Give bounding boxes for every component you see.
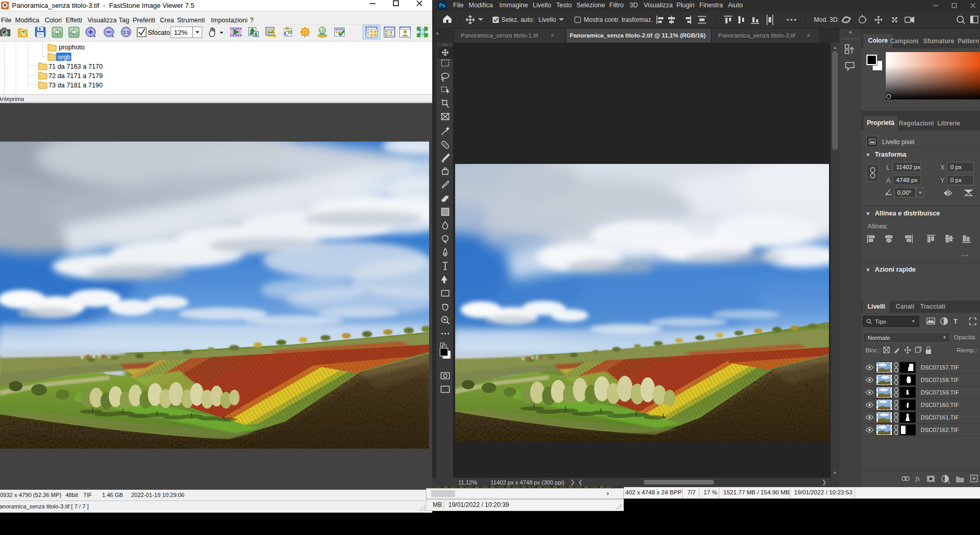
svg-text:Sfocato: Sfocato [148,29,170,36]
svg-text:Livello: Livello [538,16,556,23]
svg-text:prophoto: prophoto [59,44,84,51]
svg-text:73 da 7181 a 7190: 73 da 7181 a 7190 [48,82,103,89]
svg-text:12%: 12% [174,29,187,36]
svg-text:72 da 7171 a 7179: 72 da 7171 a 7179 [48,72,103,80]
svg-text:fx: fx [915,475,920,482]
svg-text:1:1: 1:1 [123,30,130,35]
svg-text:71 da 7163 a 7170: 71 da 7163 a 7170 [48,63,103,70]
svg-text:srgb: srgb [58,54,70,61]
svg-text:Mostra contr. trasformaz.: Mostra contr. trasformaz. [584,16,653,23]
svg-text:B: B [287,29,292,35]
svg-text:Selez. auto:: Selez. auto: [501,16,534,23]
svg-text:T: T [953,317,958,325]
svg-text:Mod. 3D:: Mod. 3D: [814,16,839,23]
